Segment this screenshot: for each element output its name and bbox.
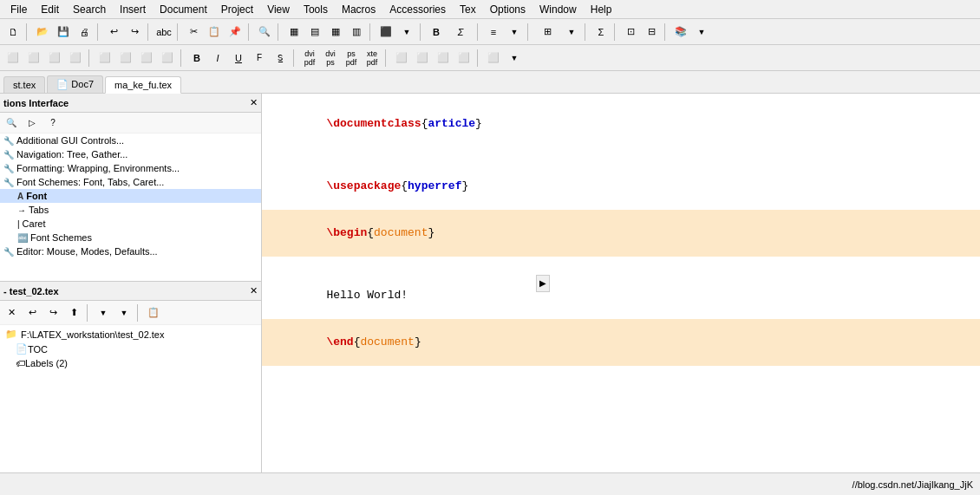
paste-button[interactable]: 📌 [225, 23, 245, 42]
menu-window[interactable]: Window [532, 2, 584, 17]
tb25[interactable]: ⬜ [95, 49, 114, 68]
menu-help[interactable]: Help [584, 2, 619, 17]
tree-expand-btn[interactable]: ▷ [23, 114, 42, 133]
new-button[interactable]: 🗋 [3, 23, 23, 42]
tree-item-font[interactable]: A Font [0, 189, 261, 203]
menu-insert[interactable]: Insert [113, 2, 153, 17]
cut-button[interactable]: ✂ [184, 23, 203, 42]
find-button[interactable]: 🔍 [255, 23, 274, 42]
tree-item-formatting[interactable]: 🔧 Formatting: Wrapping, Environments... [0, 161, 261, 175]
tree-panel-close[interactable]: ✕ [250, 97, 258, 108]
tb36[interactable]: ⬜ [454, 49, 474, 68]
italic-btn[interactable]: I [208, 49, 227, 68]
labels-icon: 🏷 [16, 358, 25, 368]
tb24[interactable]: ⬜ [66, 49, 85, 68]
tree-item-tabs[interactable]: → Tabs [0, 203, 261, 217]
tb38[interactable]: ▼ [505, 49, 524, 68]
tree-item-navigation[interactable]: 🔧 Navigation: Tree, Gather... [0, 147, 261, 161]
menu-tex[interactable]: Tex [453, 2, 483, 17]
tb23[interactable]: ⬜ [45, 49, 64, 68]
tb32[interactable]: xtepdf [363, 49, 382, 68]
tab-st-tex[interactable]: st.tex [3, 76, 45, 93]
code-line-5 [272, 257, 970, 272]
open-button[interactable]: 📂 [33, 23, 52, 42]
strikeout-btn[interactable]: F [250, 49, 269, 68]
tb28[interactable]: ⬜ [158, 49, 177, 68]
file-btn4[interactable]: ⬆ [64, 303, 83, 322]
tb4[interactable]: ▥ [347, 23, 366, 42]
tb27[interactable]: ⬜ [137, 49, 156, 68]
tb16[interactable]: 📚 [671, 23, 690, 42]
menu-accessories[interactable]: Accessories [382, 2, 453, 17]
tree-item-fontschemes2[interactable]: 🔤 Font Schemes [0, 231, 261, 244]
tree-help-btn[interactable]: ? [43, 114, 62, 133]
menu-view[interactable]: View [260, 2, 297, 17]
tree-item-additional[interactable]: 🔧 Additional GUI Controls... [0, 134, 261, 147]
save-button[interactable]: 💾 [54, 23, 73, 42]
menu-project[interactable]: Project [214, 2, 260, 17]
tree-search-btn[interactable]: 🔍 [2, 114, 21, 133]
redo-button[interactable]: ↪ [125, 23, 144, 42]
tb17[interactable]: ▼ [692, 23, 711, 42]
tb9[interactable]: ≡ [484, 23, 503, 42]
tab-ma-ke-fu[interactable]: ma_ke_fu.tex [105, 76, 181, 94]
tree-item-caret[interactable]: | Caret [0, 217, 261, 231]
editor-content[interactable]: \documentclass{article} \usepackage{hype… [262, 94, 980, 472]
menu-file[interactable]: File [3, 2, 34, 17]
tb33[interactable]: ⬜ [392, 49, 411, 68]
tb5[interactable]: ⬛ [376, 23, 395, 42]
print-button[interactable]: 🖨 [75, 23, 94, 42]
undo-button[interactable]: ↩ [104, 23, 123, 42]
tb37[interactable]: ⬜ [484, 49, 503, 68]
tb21[interactable]: ⬜ [3, 49, 23, 68]
tb8[interactable]: Σ [448, 23, 474, 42]
tb30[interactable]: dvips [321, 49, 340, 68]
brace-close-2: } [461, 179, 468, 192]
sub-btn[interactable]: S̲ [271, 49, 290, 68]
tb22[interactable]: ⬜ [24, 49, 43, 68]
tb31[interactable]: pspdf [342, 49, 361, 68]
menu-search[interactable]: Search [66, 2, 113, 17]
tb10[interactable]: ▼ [505, 23, 524, 42]
menu-edit[interactable]: Edit [34, 2, 66, 17]
file-btn3[interactable]: ↪ [43, 303, 62, 322]
editor-arrow-btn[interactable]: ▶ [536, 275, 550, 292]
file-list-labels[interactable]: 🏷 Labels (2) [2, 356, 259, 370]
tb6[interactable]: ▼ [397, 23, 416, 42]
tb3[interactable]: ▦ [326, 23, 345, 42]
file-panel-title: - test_02.tex [3, 286, 59, 296]
code-line-3: \usepackage{hyperref} [272, 163, 970, 210]
tree-item-fontschemes[interactable]: 🔧 Font Schemes: Font, Tabs, Caret... [0, 175, 261, 189]
menu-tools[interactable]: Tools [297, 2, 335, 17]
bold-btn[interactable]: B [187, 49, 206, 68]
tb15[interactable]: ⊟ [642, 23, 661, 42]
code-line-2 [272, 147, 970, 163]
file-btn7[interactable]: 📋 [144, 303, 163, 322]
file-btn1[interactable]: ✕ [2, 303, 21, 322]
tb11[interactable]: ⊞ [534, 23, 560, 42]
file-btn5[interactable]: ▼ [94, 303, 113, 322]
tb1[interactable]: ▦ [284, 23, 304, 42]
tab-doc7[interactable]: 📄 Doc7 [47, 75, 103, 93]
file-list-toc[interactable]: 📄 TOC [2, 342, 259, 356]
spell-button[interactable]: abc [154, 23, 173, 42]
tb29[interactable]: dvipdf [300, 49, 319, 68]
tb35[interactable]: ⬜ [434, 49, 453, 68]
tb26[interactable]: ⬜ [116, 49, 135, 68]
menu-options[interactable]: Options [483, 2, 532, 17]
tree-item-editor[interactable]: 🔧 Editor: Mouse, Modes, Defaults... [0, 244, 261, 258]
menu-macros[interactable]: Macros [335, 2, 382, 17]
tb14[interactable]: ⊡ [621, 23, 640, 42]
menu-document[interactable]: Document [153, 2, 214, 17]
underline-btn[interactable]: U [229, 49, 248, 68]
file-btn2[interactable]: ↩ [23, 303, 42, 322]
tb34[interactable]: ⬜ [413, 49, 432, 68]
tb2[interactable]: ▤ [305, 23, 324, 42]
tb12[interactable]: ▼ [562, 23, 581, 42]
tb7[interactable]: B [427, 23, 446, 42]
file-btn6[interactable]: ▼ [114, 303, 134, 322]
file-panel-close[interactable]: ✕ [250, 285, 258, 296]
toc-icon: 📄 [16, 343, 28, 355]
tb13[interactable]: Σ [591, 23, 611, 42]
copy-button[interactable]: 📋 [205, 23, 224, 42]
